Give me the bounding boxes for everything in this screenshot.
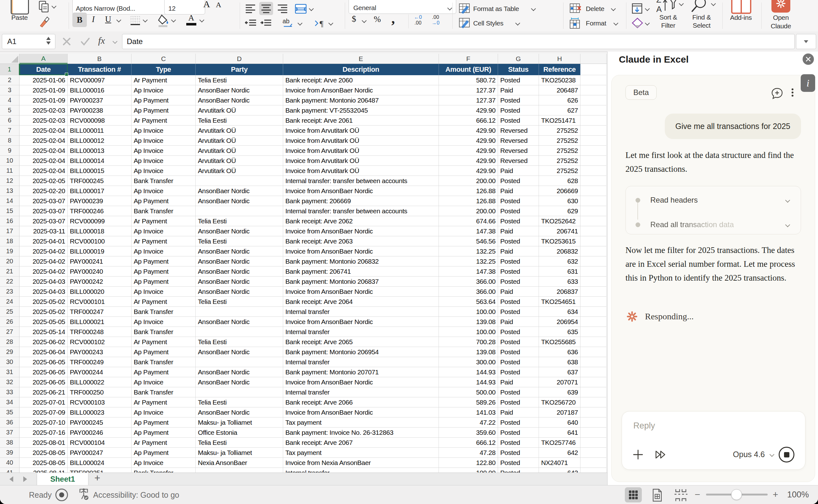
empty-cell[interactable] [580, 156, 607, 166]
grid-cell[interactable]: BILL000020 [68, 287, 132, 297]
grid-cell[interactable]: 207187 [539, 407, 580, 417]
grid-cell[interactable]: BILL000018 [68, 226, 132, 236]
fill-chevron-icon[interactable] [645, 6, 650, 11]
grid-cell[interactable]: Paid [498, 377, 539, 387]
grid-cell[interactable]: Bank payment: 206669 [283, 196, 439, 206]
grid-cell[interactable]: TRF000248 [68, 327, 132, 337]
grid-cell[interactable]: 546.56 [439, 236, 498, 246]
font-size-select[interactable]: 12 [164, 0, 205, 14]
column-header-blank[interactable] [580, 54, 607, 64]
row-header-2[interactable]: 2 [0, 75, 20, 85]
column-header-F[interactable]: F [439, 54, 498, 64]
text-direction-icon[interactable]: ¶ [314, 18, 327, 28]
grid-cell[interactable]: PAY000244 [68, 367, 132, 377]
row-header-30[interactable]: 30 [0, 357, 20, 367]
step-chevron-icon[interactable] [785, 222, 790, 227]
grid-cell[interactable]: 627 [539, 105, 580, 115]
header-cell-reference[interactable]: Reference [539, 64, 580, 75]
grid-cell[interactable]: AnsonBaer Nordic [196, 186, 283, 196]
empty-cell[interactable] [580, 146, 607, 156]
attach-plus-icon[interactable] [633, 449, 643, 460]
grid-cell[interactable]: Telia Eesti [196, 438, 283, 448]
grid-cell[interactable]: BILL000023 [68, 407, 132, 417]
grid-cell[interactable]: BILL000022 [68, 377, 132, 387]
grid-cell[interactable]: 2025-06-05 [20, 357, 68, 367]
grid-cell[interactable]: TRF000246 [68, 206, 132, 216]
grid-cell[interactable]: 580.72 [439, 75, 498, 85]
wrap-text-icon[interactable]: ab [282, 18, 296, 29]
grid-cell[interactable]: BILL000012 [68, 136, 132, 146]
grid-cell[interactable]: NX24071 [539, 458, 580, 468]
grid-cell[interactable]: Paid [498, 186, 539, 196]
grid-cell[interactable]: Internal transfer [283, 307, 439, 317]
grid-cell[interactable]: RCV000101 [68, 297, 132, 307]
grid-cell[interactable]: Ap Payment [132, 256, 196, 266]
grid-cell[interactable]: 2025-04-03 [20, 287, 68, 297]
grid-cell[interactable]: Ar Payment [132, 115, 196, 126]
grid-cell[interactable]: Bank receipt: Arve 2061 [283, 115, 439, 126]
grid-cell[interactable]: RCV000097 [68, 75, 132, 85]
row-header-35[interactable]: 35 [0, 407, 20, 417]
empty-cell[interactable] [580, 115, 607, 126]
grid-cell[interactable]: 642 [539, 448, 580, 458]
grid-cell[interactable]: 2025-03-11 [20, 226, 68, 236]
grid-cell[interactable]: 2025-06-05 [20, 377, 68, 387]
grid-cell[interactable]: BILL000016 [68, 85, 132, 95]
grid-cell[interactable]: 2025-08-01 [20, 438, 68, 448]
grid-cell[interactable]: AnsonBaer Nordic [196, 226, 283, 236]
grid-cell[interactable]: RCV000102 [68, 337, 132, 347]
wrap-chevron-icon[interactable] [298, 21, 303, 26]
row-header-12[interactable]: 12 [0, 176, 20, 186]
grid-cell[interactable]: AnsonBaer Nordic [196, 196, 283, 206]
grid-cell[interactable]: AnsonBaer Nordic [196, 95, 283, 105]
row-header-6[interactable]: 6 [0, 115, 20, 126]
formula-bar-expand-button[interactable] [796, 34, 816, 49]
fill-down-icon[interactable] [632, 3, 643, 14]
grid-cell[interactable]: TRF000245 [68, 176, 132, 186]
grid-cell[interactable]: Invoice from AnsonBaer Nordic [283, 287, 439, 297]
grid-cell[interactable]: TKO254651 [539, 297, 580, 307]
grid-cell[interactable]: 47.28 [439, 448, 498, 458]
grid-cell[interactable]: Posted [498, 458, 539, 468]
grid-cell[interactable]: Ap Invoice [132, 186, 196, 196]
grid-cell[interactable]: Invoice from AnsonBaer Nordic [283, 226, 439, 236]
grid-cell[interactable]: 633 [539, 277, 580, 287]
grid-cell[interactable]: 206669 [539, 186, 580, 196]
grid-cell[interactable]: PAY000241 [68, 256, 132, 266]
grid-cell[interactable]: 429.90 [439, 166, 498, 176]
find-select-button[interactable]: Find &Select [686, 13, 717, 30]
grid-cell[interactable]: Maksu- ja Tolliamet [196, 417, 283, 428]
grid-cell[interactable]: AnsonBaer Nordic [196, 377, 283, 387]
grid-cell[interactable]: Telia Eesti [196, 75, 283, 85]
grid-cell[interactable]: Bank payment: VT-25532045 [283, 105, 439, 115]
grid-cell[interactable]: Bank payment: Montonio 207071 [283, 367, 439, 377]
grid-cell[interactable]: Invoice from Arvutitark OÜ [283, 156, 439, 166]
row-header-26[interactable]: 26 [0, 317, 20, 327]
row-header-1[interactable]: 1 [0, 64, 20, 75]
empty-cell[interactable] [580, 347, 607, 357]
format-as-table-icon[interactable] [459, 3, 470, 14]
grid-cell[interactable]: 2025-07-10 [20, 417, 68, 428]
grid-cell[interactable]: Bank payment: Invoice No. 26-312863 [283, 428, 439, 438]
grid-cell[interactable]: 635 [539, 327, 580, 337]
accessibility-status[interactable]: Accessibility: Good to go [93, 490, 179, 500]
empty-cell[interactable] [580, 256, 607, 266]
grid-cell[interactable]: AnsonBaer Nordic [196, 367, 283, 377]
row-header-28[interactable]: 28 [0, 337, 20, 347]
row-header-15[interactable]: 15 [0, 206, 20, 216]
grid-cell[interactable]: Bank receipt: Arve 2063 [283, 236, 439, 246]
row-header-11[interactable]: 11 [0, 166, 20, 176]
grid-cell[interactable]: Reversed [498, 146, 539, 156]
empty-cell[interactable] [580, 297, 607, 307]
grid-cell[interactable]: 643 [539, 468, 580, 473]
grid-cell[interactable]: TKO252642 [539, 216, 580, 226]
empty-cell[interactable] [580, 136, 607, 146]
info-tab[interactable]: i [801, 74, 815, 92]
grid-cell[interactable]: Ap Payment [132, 95, 196, 105]
add-sheet-button[interactable]: + [94, 472, 100, 484]
decrease-font-icon[interactable]: A [216, 1, 221, 9]
name-box-spinner[interactable] [46, 37, 51, 45]
decrease-indent-icon[interactable] [245, 19, 257, 28]
grid-cell[interactable]: 636 [539, 347, 580, 357]
row-header-4[interactable]: 4 [0, 95, 20, 105]
